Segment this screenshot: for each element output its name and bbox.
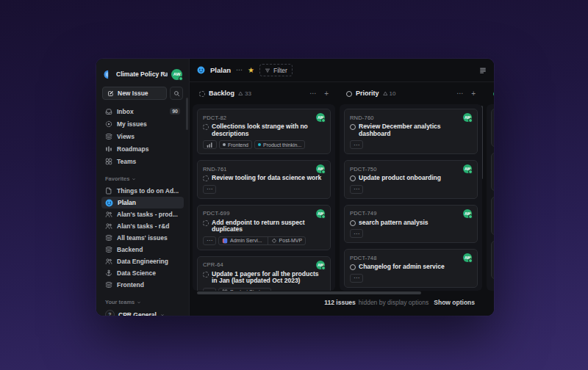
sidebar-item-teams[interactable]: Teams [101,155,184,167]
assignee-avatar[interactable]: AW [316,113,325,122]
sidebar-item-roadmaps[interactable]: Roadmaps [101,142,184,155]
workspace-switcher[interactable]: Climate Policy Ra... AW [101,65,184,83]
triangle-icon [383,91,388,96]
label-badge[interactable]: Product thinkin... [254,140,305,149]
display-options-button[interactable] [479,67,487,74]
sidebar-item-views[interactable]: Views [101,130,184,142]
issue-title: Review December analytics dashboard [359,123,472,137]
column-header-item [487,90,494,97]
issue-card[interactable]: RND-760AWReview December analytics dashb… [344,109,478,154]
more-badge[interactable]: ⋯ [350,185,363,194]
column-more-button[interactable]: ⋯ [456,90,463,97]
hidden-issues-text: hidden by display options [359,299,429,306]
sidebar-item-inbox[interactable]: Inbox90 [101,105,184,117]
milestone-icon [271,238,277,244]
assignee-avatar[interactable]: AW [316,209,325,218]
issue-card[interactable] [491,197,494,235]
assignee-avatar[interactable]: AW [463,209,472,218]
horizontal-scrollbar[interactable] [197,291,421,294]
column-add-issue-button[interactable]: + [324,90,329,98]
view-more-button[interactable]: ⋯ [236,67,243,73]
board-column-item [487,104,494,291]
issue-card[interactable]: PDCT-750AWUpdate product onboarding⋯ [344,160,478,199]
issue-card[interactable]: CPR-64AWUpdate 1 pagers for all the prod… [197,256,331,291]
issue-title: Add endpoint to return suspect duplicate… [212,220,325,233]
issue-card[interactable] [491,153,494,191]
issue-card[interactable]: PDCT-749AWsearch pattern analysis⋯ [344,205,478,244]
new-issue-label: New Issue [118,90,148,97]
filter-button[interactable]: Filter [259,64,293,76]
issue-card[interactable] [491,241,494,279]
backlog-status-icon[interactable] [203,220,209,226]
app-window: Climate Policy Ra... AW New Issue Inbox9… [96,59,494,316]
issue-card[interactable] [491,109,494,147]
sidebar-item-alan-s-tasks-r-d[interactable]: Alan's tasks - r&d [101,220,184,232]
sidebar-item-label: My issues [117,120,147,128]
new-issue-button[interactable]: New Issue [102,87,167,100]
combo-text: Admin Servi... [230,238,262,243]
backlog-status-icon[interactable] [203,124,209,130]
label-badge[interactable]: Frontend [219,140,252,149]
column-add-issue-button[interactable]: + [471,90,476,98]
project-icon [222,238,228,244]
sidebar-scrollbar[interactable] [186,98,188,130]
todo-status-icon[interactable] [350,220,356,226]
label-dot [223,143,226,146]
sidebar-item-backend[interactable]: Backend [101,244,184,255]
more-badge[interactable]: ⋯ [350,140,363,149]
sidebar-item-label: Inbox [117,108,134,115]
sidebar-item-alan-s-tasks-prod[interactable]: Alan's tasks - prod... [101,208,184,220]
todo-status-icon[interactable] [350,175,356,181]
issue-title: Changelog for admin service [359,264,445,271]
favorites-section-label[interactable]: Favorites [101,175,184,182]
your-teams-section-label[interactable]: Your teams [101,299,184,305]
assignee-avatar[interactable]: AW [463,253,472,262]
inbox-icon [105,108,112,115]
issue-card[interactable]: PDCT-699AWAdd endpoint to return suspect… [197,205,331,250]
progress-badge[interactable] [203,140,217,149]
people-icon [105,258,112,265]
more-badge[interactable]: ⋯ [350,274,363,283]
assignee-avatar[interactable]: AW [316,261,325,269]
search-button[interactable] [170,87,183,100]
sidebar-item-data-engineering[interactable]: Data Engineering [101,255,184,267]
sidebar-item-label: Data Science [117,269,156,277]
backlog-status-icon[interactable] [203,175,209,181]
issue-id: PDCT-749 [350,210,377,217]
issue-card[interactable]: PDCT-748AWChangelog for admin service⋯ [344,249,478,288]
more-badge[interactable]: ⋯ [203,236,216,245]
sidebar-item-things-to-do-on-ad[interactable]: Things to do on Ad... [101,185,184,197]
issue-card[interactable]: PDCT-82AWCollections look strange with n… [197,109,331,154]
issue-id: PDCT-82 [203,115,226,121]
label-text: Frontend [228,142,248,148]
filter-icon [265,68,270,73]
backlog-status-icon[interactable] [203,272,209,278]
my-issues-icon [105,120,112,128]
todo-status-icon[interactable] [350,124,356,130]
show-options-link[interactable]: Show options [434,299,475,306]
more-badge[interactable]: ⋯ [203,185,216,194]
more-badge[interactable]: ⋯ [350,229,363,238]
sidebar-item-team[interactable]: ? CPR General [101,308,184,316]
issue-id: RND-760 [350,115,374,121]
team-name: CPR General [118,311,157,316]
combo-part: Post-MVP [268,237,306,244]
assignee-avatar[interactable]: AW [463,113,472,122]
issue-card[interactable]: RND-761AWReview tooling for data science… [197,160,331,199]
sidebar-item-frontend[interactable]: Frontend [101,279,184,291]
assignee-avatar[interactable]: AW [316,164,325,173]
help-button[interactable]: ? [105,310,115,316]
sidebar-item-my-issues[interactable]: My issues [101,117,184,130]
user-avatar[interactable]: AW [171,69,182,80]
sidebar-item-all-teams-issues[interactable]: All teams' issues [101,232,184,244]
project-milestone-badge[interactable]: Admin Servi...Post-MVP [218,236,306,245]
sidebar-item-data-science[interactable]: Data Science [101,267,184,279]
board-column-priority: RND-760AWReview December analytics dashb… [340,104,482,291]
roadmaps-icon [105,145,112,153]
sidebar-item-plalan[interactable]: Plalan [101,197,184,208]
todo-status-icon[interactable] [350,264,356,270]
column-more-button[interactable]: ⋯ [309,90,316,97]
backlog-status-icon [199,91,205,97]
assignee-avatar[interactable]: AW [463,164,472,173]
favorite-star-icon[interactable]: ★ [248,67,254,74]
